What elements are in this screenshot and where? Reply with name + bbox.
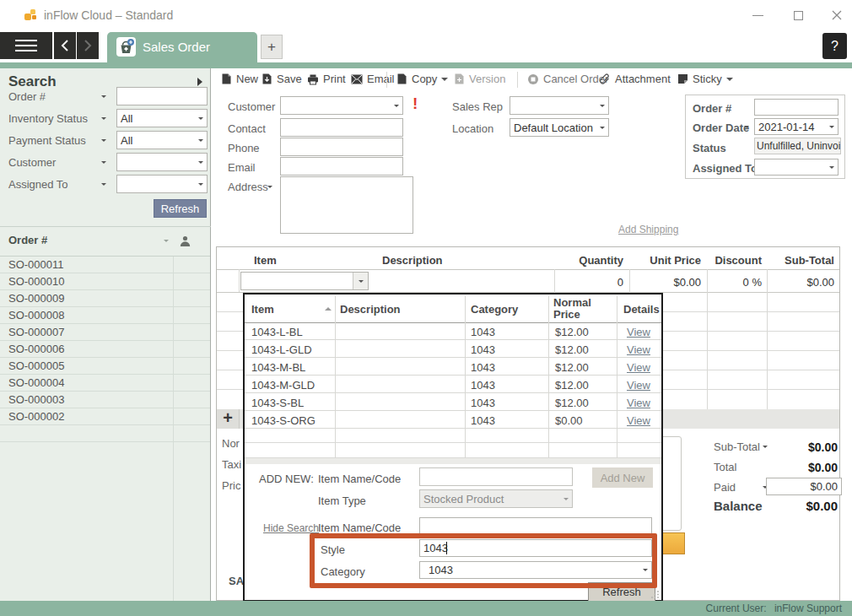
popup-col-category[interactable]: Category [471,303,518,316]
nav-back-button[interactable] [54,32,76,59]
view-link[interactable]: View [627,361,650,374]
view-link[interactable]: View [627,414,650,427]
refresh-button[interactable]: Refresh [154,199,207,218]
email-button[interactable]: Email [351,73,395,85]
address-textarea[interactable] [280,176,413,234]
popup-item-row[interactable]: 1043-M-BL 1043 $12.00 View [245,359,661,376]
order-row[interactable]: SO-000007 [0,324,210,341]
help-button[interactable]: ? [822,33,847,59]
assigned-to-select[interactable] [754,159,839,176]
popup-item-row[interactable]: 1043-S-ORG 1043 $0.00 View [245,412,661,429]
tab-sales-order[interactable]: Sales Order [107,32,257,62]
maximize-button[interactable] [786,5,810,25]
email-input[interactable] [280,157,403,176]
item-select[interactable] [240,272,369,290]
chevron-down-icon [198,117,203,120]
popup-refresh-button[interactable]: Refresh [588,582,655,602]
assigned-to-filter-select[interactable] [116,175,208,193]
add-new-button[interactable]: Add New [592,467,653,488]
view-link[interactable]: View [627,397,650,409]
new-button[interactable]: New [221,73,258,85]
customer-filter-select[interactable] [116,153,208,171]
field-options-icon[interactable] [101,95,106,98]
order-date-label: Order Date [693,122,749,134]
main-menu-button[interactable] [0,32,52,59]
attachment-button[interactable]: Attachment [599,73,671,85]
print-button[interactable]: Print [307,73,346,85]
add-line-button[interactable]: + [217,409,240,429]
order-row[interactable]: SO-000004 [0,375,210,392]
field-options-icon[interactable] [101,161,106,164]
add-new-name-input[interactable] [419,467,573,486]
nav-forward-button[interactable] [77,32,99,59]
order-row[interactable]: SO-000008 [0,307,210,324]
hide-search-link[interactable]: Hide Search [263,522,319,534]
order-toolbar: New Save Print Email Copy Version Cancel… [212,68,852,92]
order-row[interactable]: SO-000006 [0,341,210,358]
order-row[interactable]: SO-000005 [0,358,210,375]
version-button[interactable]: Version [454,73,505,85]
category-search-select[interactable]: 1043 [419,561,652,579]
location-select[interactable]: Default Location [510,118,609,137]
header-line: Price [553,308,580,321]
row-unit-price[interactable]: $0.00 [634,276,701,289]
search-order-input[interactable] [116,87,208,105]
inventory-status-select[interactable]: All [116,109,208,127]
copy-button[interactable]: Copy [396,73,448,85]
order-row[interactable]: SO-000009 [0,290,210,307]
popup-col-description[interactable]: Description [340,303,401,316]
order-row[interactable]: SO-000003 [0,392,210,408]
order-list-header[interactable]: Order # [8,234,47,246]
order-row[interactable]: SO-000011 [0,257,210,273]
combo-drop-button[interactable] [353,273,368,289]
field-options-icon[interactable] [101,139,106,142]
view-link[interactable]: View [627,343,650,356]
new-tab-button[interactable]: + [261,35,283,59]
popup-item-row[interactable]: 1043-L-GLD 1043 $12.00 View [245,341,661,358]
person-icon[interactable] [179,235,191,247]
popup-col-normal-price[interactable]: Normal Price [553,297,614,321]
minimize-button[interactable] [746,5,769,25]
style-search-input[interactable] [419,539,652,557]
popup-item-row[interactable]: 1043-M-GLD 1043 $12.00 View [245,376,661,393]
resize-grip-icon[interactable] [651,590,660,598]
subtotal-options-icon[interactable] [763,446,768,448]
order-row[interactable]: SO-000002 [0,408,210,425]
order-number: SO-000003 [8,393,65,406]
close-button[interactable] [825,5,849,25]
subtotal-label: Sub-Total [714,440,760,453]
order-number-input[interactable] [754,99,839,116]
phone-input[interactable] [280,138,403,156]
date-options-icon[interactable] [744,126,749,128]
cancel-order-button[interactable]: Cancel Order [527,73,608,85]
row-quantity[interactable]: 0 [554,276,623,289]
field-options-icon[interactable] [101,117,106,120]
payment-status-select[interactable]: All [116,131,208,149]
popup-item-row[interactable]: 1043-L-BL 1043 $12.00 View [245,323,661,340]
sort-icon[interactable] [164,240,169,242]
contact-input[interactable] [280,118,403,137]
required-mark: ! [413,95,418,113]
popup-col-item[interactable]: Item [251,303,274,316]
collapse-panel-icon[interactable] [197,78,202,86]
sticky-button[interactable]: Sticky [677,73,733,85]
sales-rep-select[interactable] [510,96,609,115]
paid-input[interactable] [766,478,842,495]
item-type-select[interactable]: Stocked Product [419,489,573,508]
customer-select[interactable] [280,96,403,115]
row-discount[interactable]: 0 % [711,276,762,289]
chevron-down-icon [359,280,364,283]
field-options-icon[interactable] [101,183,106,186]
order-date-select[interactable]: 2021-01-14 [754,118,839,135]
save-button[interactable]: Save [262,73,302,85]
col-header-subtotal: Sub-Total [772,254,834,267]
popup-search-name-input[interactable] [419,517,652,536]
customer-label: Customer [228,100,275,113]
address-options-icon[interactable] [267,186,272,188]
add-shipping-link[interactable]: Add Shipping [618,224,678,235]
view-link[interactable]: View [627,379,650,392]
popup-item-row[interactable]: 1043-S-BL 1043 $12.00 View [245,394,661,411]
order-row[interactable]: SO-000010 [0,273,210,290]
clipped-label: SA [229,575,244,587]
view-link[interactable]: View [627,326,650,338]
